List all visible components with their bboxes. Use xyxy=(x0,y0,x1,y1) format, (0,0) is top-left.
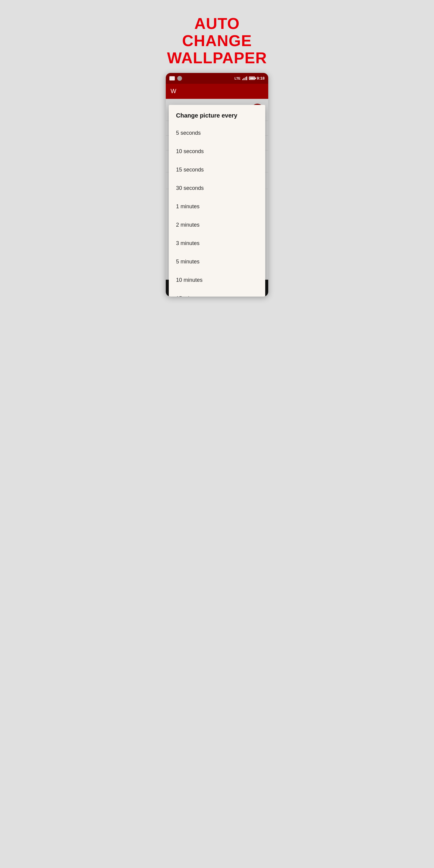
network-badge: LTE xyxy=(235,76,241,80)
dialog-item[interactable]: 10 minutes xyxy=(169,271,265,289)
dialog-item[interactable]: 5 minutes xyxy=(169,253,265,271)
dialog-item[interactable]: 30 seconds xyxy=(169,179,265,197)
change-interval-dialog: Change picture every 5 seconds10 seconds… xyxy=(169,105,265,297)
dialog-list[interactable]: 5 seconds10 seconds15 seconds30 seconds1… xyxy=(169,124,265,297)
dialog-item[interactable]: 1 minutes xyxy=(169,197,265,216)
dialog-title: Change picture every xyxy=(169,112,265,124)
dialog-item[interactable]: 5 seconds xyxy=(169,124,265,142)
background-content: S C S A Change picture every xyxy=(166,99,268,280)
sim-icon xyxy=(169,76,175,81)
dialog-item[interactable]: 3 minutes xyxy=(169,234,265,253)
signal-icon xyxy=(242,76,247,80)
dialog-item[interactable]: 2 minutes xyxy=(169,216,265,234)
phone-frame: LTE 9:18 W S xyxy=(166,73,268,297)
dialog-item[interactable]: 15 seconds xyxy=(169,161,265,179)
page-wrapper: AUTO CHANGE WALLPAPER LTE 9:1 xyxy=(158,6,276,297)
dialog-item[interactable]: 10 seconds xyxy=(169,142,265,161)
app-bar: W xyxy=(166,84,268,99)
notification-icon xyxy=(177,76,182,81)
title-line1: AUTO CHANGE xyxy=(182,15,252,50)
app-bar-title: W xyxy=(170,88,176,95)
page-title: AUTO CHANGE WALLPAPER xyxy=(158,6,276,73)
battery-icon xyxy=(249,76,255,80)
status-right-info: LTE 9:18 xyxy=(235,76,265,81)
status-time: 9:18 xyxy=(257,76,265,81)
dialog-item[interactable]: 15 minutes xyxy=(169,289,265,297)
status-left-icons xyxy=(169,76,182,81)
status-bar: LTE 9:18 xyxy=(166,73,268,84)
title-line2: WALLPAPER xyxy=(167,49,267,67)
